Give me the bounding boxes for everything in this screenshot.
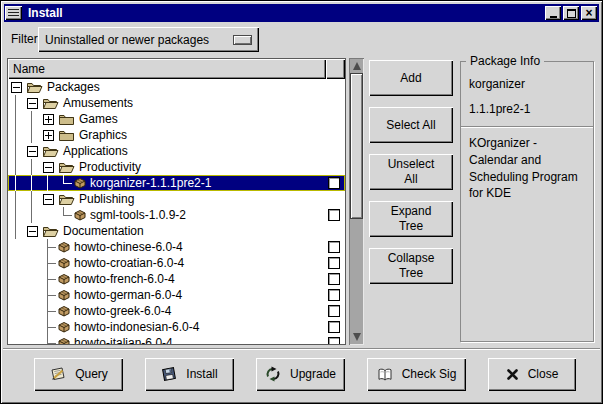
option-menu-indicator-icon xyxy=(233,35,252,45)
tree-branch-line xyxy=(40,287,56,303)
window-menu-button[interactable] xyxy=(5,6,22,20)
package-select-checkbox[interactable] xyxy=(328,257,340,269)
tree-row[interactable]: howto-chinese-6.0-4 xyxy=(8,239,345,255)
tree-indent xyxy=(8,143,24,159)
tree-row-label: howto-chinese-6.0-4 xyxy=(74,240,183,254)
tree-row[interactable]: howto-german-6.0-4 xyxy=(8,287,345,303)
tree-row[interactable]: howto-croatian-6.0-4 xyxy=(8,255,345,271)
folder-closed-icon xyxy=(58,113,75,126)
column-header-select[interactable] xyxy=(326,59,345,79)
tree-row[interactable]: Games xyxy=(8,111,345,127)
tree-branch-line xyxy=(40,239,56,255)
tree-indent xyxy=(8,239,24,255)
tree-row-label: howto-italian-6.0-4 xyxy=(74,336,173,344)
query-button[interactable]: Query xyxy=(34,358,123,391)
package-version: 1.1.1pre2-1 xyxy=(469,102,593,116)
install-icon xyxy=(161,366,177,382)
tree-row[interactable]: sgml-tools-1.0.9-2 xyxy=(8,207,345,223)
collapse-node-icon[interactable] xyxy=(27,98,38,109)
package-select-checkbox[interactable] xyxy=(328,209,340,221)
expand-tree-button[interactable]: Expand Tree xyxy=(369,201,453,237)
tree-indent xyxy=(8,255,24,271)
tree-connector xyxy=(40,191,56,207)
maximize-button[interactable] xyxy=(563,6,579,20)
tree-row[interactable]: Amusements xyxy=(8,95,345,111)
tree-row-label: howto-indonesian-6.0-4 xyxy=(74,320,199,334)
column-header-name[interactable]: Name xyxy=(8,59,326,79)
minimize-button[interactable] xyxy=(545,6,561,20)
expand-node-icon[interactable] xyxy=(43,114,54,125)
package-select-checkbox[interactable] xyxy=(328,273,340,285)
check-sig-icon xyxy=(377,367,393,382)
tree-row[interactable]: howto-italian-6.0-4 xyxy=(8,335,345,344)
package-select-checkbox[interactable] xyxy=(328,289,340,301)
add-button[interactable]: Add xyxy=(369,60,453,96)
tree-row-label: Applications xyxy=(63,144,128,158)
tree-branch-line xyxy=(40,319,56,335)
close-window-button[interactable]: × xyxy=(581,6,597,20)
collapse-tree-button[interactable]: Collapse Tree xyxy=(369,248,453,284)
folder-open-icon xyxy=(26,81,43,94)
package-name: korganizer xyxy=(469,77,593,91)
folder-open-icon xyxy=(42,145,59,158)
tree-scrollbar[interactable] xyxy=(349,58,364,345)
tree-indent xyxy=(8,95,24,111)
tree-row[interactable]: howto-indonesian-6.0-4 xyxy=(8,319,345,335)
tree-indent xyxy=(8,303,24,319)
tree-row-label: howto-greek-6.0-4 xyxy=(74,304,171,318)
package-select-checkbox[interactable] xyxy=(328,177,340,189)
install-window: Install × Filter: Uninstalled or newer p… xyxy=(0,0,603,404)
package-info-divider xyxy=(461,126,593,128)
package-select-checkbox[interactable] xyxy=(328,305,340,317)
tree-row[interactable]: Applications xyxy=(8,143,345,159)
package-select-checkbox[interactable] xyxy=(328,321,340,333)
tree-connector xyxy=(40,159,56,175)
check-sig-button[interactable]: Check Sig xyxy=(367,358,466,391)
tree-indent xyxy=(8,111,24,127)
titlebar[interactable]: Install × xyxy=(4,4,599,22)
bottom-divider xyxy=(3,348,600,350)
tree-row-label: howto-french-6.0-4 xyxy=(74,272,175,286)
tree-row[interactable]: Productivity xyxy=(8,159,345,175)
filter-dropdown[interactable]: Uninstalled or newer packages xyxy=(38,27,259,52)
tree-indent xyxy=(8,223,24,239)
tree-branch-line xyxy=(40,271,56,287)
minimize-icon xyxy=(550,16,557,18)
tree-row-label: howto-german-6.0-4 xyxy=(74,288,182,302)
install-button[interactable]: Install xyxy=(145,358,234,391)
tree-branch-line xyxy=(40,335,56,344)
scroll-up-button[interactable] xyxy=(349,59,364,73)
unselect-all-button[interactable]: Unselect All xyxy=(369,154,453,190)
package-info-legend: Package Info xyxy=(466,54,544,68)
side-button-column: Add Select All Unselect All Expand Tree … xyxy=(369,60,453,284)
collapse-node-icon[interactable] xyxy=(43,162,54,173)
tree-row[interactable]: korganizer-1.1.1pre2-1 xyxy=(8,175,345,191)
tree-row[interactable]: Packages xyxy=(8,79,345,95)
tree-indent xyxy=(8,319,24,335)
scrollbar-thumb[interactable] xyxy=(350,73,363,219)
select-all-button[interactable]: Select All xyxy=(369,107,453,143)
collapse-node-icon[interactable] xyxy=(43,194,54,205)
tree-indent xyxy=(8,271,24,287)
tree-row[interactable]: Documentation xyxy=(8,223,345,239)
close-button[interactable]: Close xyxy=(488,358,576,391)
scroll-down-button[interactable] xyxy=(349,330,364,344)
package-icon xyxy=(74,177,86,189)
tree-indent xyxy=(8,207,24,223)
expand-node-icon[interactable] xyxy=(43,130,54,141)
collapse-node-icon[interactable] xyxy=(11,82,22,93)
folder-open-icon xyxy=(42,97,59,110)
package-select-checkbox[interactable] xyxy=(328,337,340,344)
upgrade-button[interactable]: Upgrade xyxy=(256,358,345,391)
tree-row[interactable]: howto-french-6.0-4 xyxy=(8,271,345,287)
collapse-node-icon[interactable] xyxy=(27,146,38,157)
tree-row[interactable]: Publishing xyxy=(8,191,345,207)
package-icon xyxy=(74,209,86,221)
tree-row[interactable]: Graphics xyxy=(8,127,345,143)
tree-indent xyxy=(24,127,40,143)
collapse-node-icon[interactable] xyxy=(27,226,38,237)
tree-branch-line xyxy=(56,175,72,191)
tree-row[interactable]: howto-greek-6.0-4 xyxy=(8,303,345,319)
package-select-checkbox[interactable] xyxy=(328,241,340,253)
tree-indent xyxy=(24,271,40,287)
